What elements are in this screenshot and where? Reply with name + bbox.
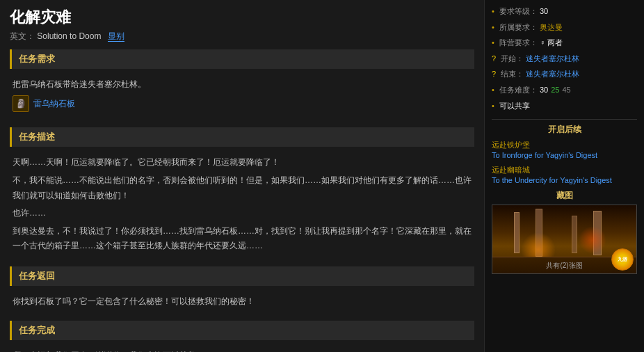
return-header: 任务返回: [10, 266, 474, 286]
link-title-1[interactable]: 远赴幽暗城: [492, 165, 637, 175]
faction-value[interactable]: 奥达曼: [540, 23, 563, 31]
start-label: 开始：: [501, 54, 524, 63]
level-nums: 30 25 45: [540, 84, 571, 97]
faction-item: • 所属要求： 奥达曼: [492, 22, 637, 34]
dungeon-label: 阵营要求：: [499, 38, 538, 47]
level-45: 45: [562, 84, 570, 97]
map-pillar-1: [514, 212, 520, 253]
difficulty-label: 任务难度：: [499, 86, 538, 94]
end-item: ? 结束： 迷失者塞尔杜林: [492, 68, 637, 81]
start-value[interactable]: 迷失者塞尔杜林: [526, 54, 579, 63]
main-content: 化解灾难 英文： Solution to Doom 显别 任务需求 把雷乌纳石板…: [0, 0, 484, 352]
desc-p1: 天啊……天啊！厄运就要降临了。它已经朝我而来了！厄运就要降临了！: [13, 155, 472, 170]
watermark: 九游: [611, 248, 634, 271]
start-bullet: ?: [492, 54, 496, 63]
shareable-item: • 可以共享: [492, 100, 637, 113]
subtitle-link[interactable]: 显别: [108, 31, 124, 42]
end-value[interactable]: 迷失者塞尔杜林: [526, 70, 579, 78]
bullet-icon: •: [492, 23, 494, 31]
link-sub-1[interactable]: To the Undercity for Yagyin's Digest: [492, 176, 637, 184]
desc-p3: 也许……: [13, 206, 472, 221]
subtitle-label: 英文：: [10, 31, 35, 41]
level-25: 25: [551, 84, 559, 97]
requirements-content: 把雷乌纳石板带给迷失者塞尔杜林。 🗿 雷乌纳石板: [10, 74, 474, 120]
page-subtitle: 英文： Solution to Doom 显别: [10, 31, 474, 42]
desc-p2: 不，我不能说……不能说出他们的名字，否则会被他们听到的！但是，如果我们……如果我…: [13, 173, 472, 203]
desc-p4: 到奥达曼去，不！我说过了！你必须找到……找到雷乌纳石板……对，找到它！别让我再提…: [13, 224, 472, 254]
end-label: 结束：: [501, 70, 524, 78]
after-section-title: 开启后续: [492, 119, 637, 136]
map-pillar-3: [572, 216, 577, 253]
item-row: 🗿 雷乌纳石板: [13, 95, 472, 112]
item-icon: 🗿: [13, 95, 29, 112]
shareable-label: 可以共享: [499, 102, 530, 110]
link-group-1: 远赴幽暗城 To the Undercity for Yagyin's Dige…: [492, 165, 637, 184]
map-glow-2: [579, 226, 606, 254]
link-title-0[interactable]: 远赴铁炉堡: [492, 140, 637, 150]
page-title: 化解灾难: [10, 7, 474, 28]
description-content: 天啊……天啊！厄运就要降临了。它已经朝我而来了！厄运就要降临了！ 不，我不能说……: [10, 152, 474, 259]
req-level-value: 30: [540, 7, 548, 15]
bullet-icon: •: [492, 7, 494, 15]
difficulty-item: • 任务难度： 30 25 45: [492, 84, 637, 97]
description-header: 任务描述: [10, 127, 474, 147]
level-30: 30: [540, 84, 548, 97]
map-section-title: 藏图: [492, 190, 637, 202]
link-sub-0[interactable]: To Ironforge for Yagyin's Digest: [492, 151, 637, 159]
return-content: 你找到石板了吗？它一定包含了什么秘密！可以拯救我们的秘密！: [10, 291, 474, 314]
bullet-icon: •: [492, 38, 494, 47]
requirements-text: 把雷乌纳石板带给迷失者塞尔杜林。: [13, 77, 472, 91]
faction-label: 所属要求：: [499, 23, 538, 31]
bullet-icon: •: [492, 86, 494, 94]
link-group-0: 远赴铁炉堡 To Ironforge for Yagyin's Digest: [492, 140, 637, 159]
start-item: ? 开始： 迷失者塞尔杜林: [492, 53, 637, 65]
dungeon-value: ♀ 两者: [540, 38, 563, 47]
dungeon-item: • 阵营要求： ♀ 两者: [492, 37, 637, 49]
map-container[interactable]: 共有(2)张图 九游: [492, 205, 637, 274]
bullet-icon: •: [492, 102, 494, 110]
requirements-header: 任务需求: [10, 49, 474, 69]
complete-header: 任务完成: [10, 321, 474, 340]
req-level-label: 要求等级：: [499, 7, 538, 15]
item-name[interactable]: 雷乌纳石板: [33, 97, 75, 111]
end-bullet: ?: [492, 70, 496, 78]
sidebar: • 要求等级： 30 • 所属要求： 奥达曼 • 阵营要求： ♀ 两者 ? 开始…: [484, 0, 644, 352]
complete-content: 啊，幸运与我们同在！谢谢你！我们也许可以获救了！: [10, 346, 474, 352]
req-level-item: • 要求等级： 30: [492, 6, 637, 18]
subtitle-en: Solution to Doom: [37, 31, 101, 41]
